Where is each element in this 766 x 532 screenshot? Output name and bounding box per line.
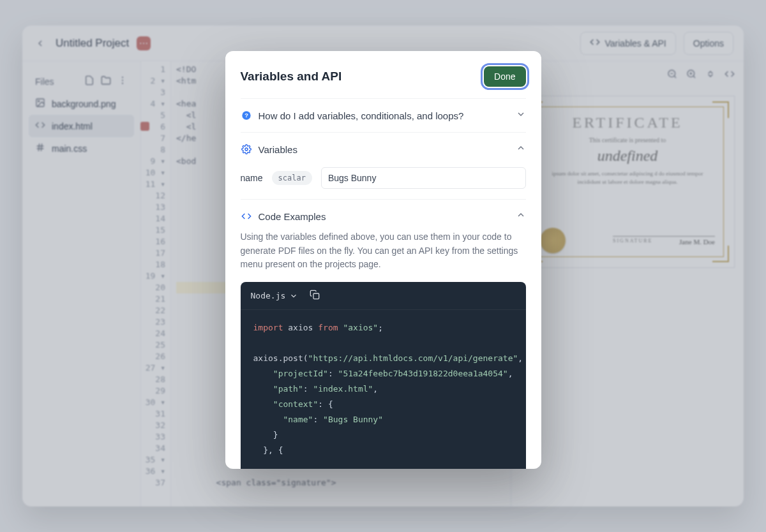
help-question: How do I add variables, conditionals, an… — [259, 110, 509, 121]
modal-title: Variables and API — [241, 70, 342, 84]
chevron-up-icon — [516, 210, 526, 223]
svg-text:?: ? — [244, 112, 248, 119]
chevron-up-icon — [516, 143, 526, 156]
help-section-toggle[interactable]: ? How do I add variables, conditionals, … — [241, 109, 526, 122]
variables-section-toggle[interactable]: Variables — [241, 143, 526, 156]
help-icon: ? — [241, 110, 252, 121]
variable-name-label: name — [241, 173, 263, 183]
code-examples-header: Code Examples — [259, 211, 509, 222]
variable-type-pill: scalar — [272, 171, 312, 185]
gear-icon — [241, 144, 252, 155]
done-button[interactable]: Done — [484, 66, 525, 87]
code-example-block: Node.js import axios from "axios"; axios… — [241, 282, 526, 469]
code-examples-section-toggle[interactable]: Code Examples — [241, 210, 526, 223]
code-examples-description: Using the variables defined above, you c… — [241, 230, 526, 272]
modal-overlay[interactable]: Variables and API Done ? How do I add va… — [0, 0, 766, 532]
variable-value-input[interactable] — [321, 167, 526, 189]
chevron-down-icon — [516, 109, 526, 122]
copy-icon[interactable] — [310, 290, 320, 302]
variables-api-modal: Variables and API Done ? How do I add va… — [225, 51, 541, 469]
svg-point-19 — [245, 148, 248, 151]
code-content[interactable]: import axios from "axios"; axios.post("h… — [241, 310, 526, 469]
code-icon — [241, 211, 252, 222]
svg-rect-20 — [313, 293, 319, 299]
variables-header: Variables — [259, 144, 509, 155]
language-selector[interactable]: Node.js — [251, 291, 299, 300]
